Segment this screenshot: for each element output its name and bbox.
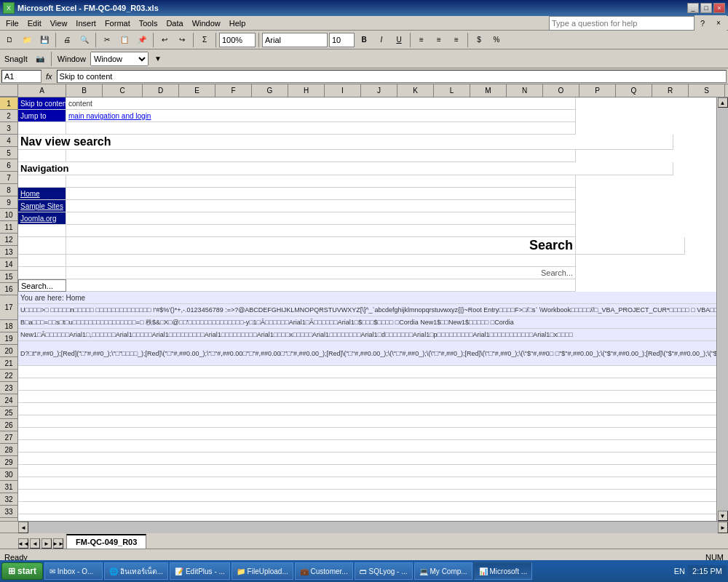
next-sheet-button[interactable]: ► bbox=[41, 538, 52, 549]
cell-empty-19[interactable] bbox=[18, 378, 716, 391]
copy-button[interactable]: 📋 bbox=[116, 32, 132, 48]
start-button[interactable]: ⊞ start bbox=[1, 562, 43, 565]
new-button[interactable]: 🗋 bbox=[1, 32, 17, 48]
scroll-right-button[interactable]: ► bbox=[718, 522, 728, 533]
cell-a7[interactable] bbox=[18, 175, 66, 188]
col-header-h[interactable]: H bbox=[288, 84, 325, 97]
help-button[interactable]: ? bbox=[695, 15, 711, 31]
col-header-i[interactable]: I bbox=[325, 84, 361, 97]
menu-data[interactable]: Data bbox=[162, 17, 187, 29]
col-header-q[interactable]: Q bbox=[616, 84, 652, 97]
cell-empty-21[interactable] bbox=[18, 403, 716, 415]
menu-file[interactable]: File bbox=[1, 17, 23, 29]
menu-window[interactable]: Window bbox=[188, 17, 225, 29]
cell-right12[interactable] bbox=[576, 237, 685, 255]
cell-b2[interactable]: main navigation and login bbox=[66, 110, 576, 122]
col-header-r[interactable]: R bbox=[652, 84, 689, 97]
redo-button[interactable]: ↪ bbox=[174, 32, 190, 48]
cell-a10[interactable]: Joomla.org bbox=[18, 212, 66, 225]
scroll-left-button[interactable]: ◄ bbox=[18, 522, 28, 533]
menu-tools[interactable]: Tools bbox=[135, 17, 162, 29]
cell-empty-25[interactable] bbox=[18, 453, 716, 465]
cell-b13[interactable] bbox=[66, 255, 576, 267]
col-header-p[interactable]: P bbox=[579, 84, 616, 97]
undo-button[interactable]: ↩ bbox=[157, 32, 173, 48]
cell-garbled-2[interactable]: B□a□□□=□□s□t□u□□□□□□□□□□□□□□□□=□ 秩$&□X□@… bbox=[18, 316, 716, 329]
cell-b5[interactable] bbox=[66, 150, 576, 162]
cell-reference[interactable]: A1 bbox=[1, 70, 41, 83]
scroll-up-button[interactable]: ▲ bbox=[718, 97, 728, 108]
print-preview-button[interactable]: 🔍 bbox=[76, 32, 92, 48]
taskbar-item-3[interactable]: 📝 EditPlus - ... bbox=[170, 562, 230, 565]
cell-a3[interactable] bbox=[18, 122, 66, 135]
col-header-k[interactable]: K bbox=[397, 84, 434, 97]
align-right-button[interactable]: ≡ bbox=[448, 32, 464, 48]
col-header-b[interactable]: B bbox=[66, 84, 103, 97]
print-button[interactable]: 🖨 bbox=[59, 32, 75, 48]
taskbar-item-6[interactable]: 🗃 SQLyog - ... bbox=[355, 562, 413, 565]
cell-a2[interactable]: Jump to bbox=[18, 110, 66, 122]
window-controls[interactable]: _ □ × bbox=[687, 3, 725, 13]
cell-b15[interactable] bbox=[66, 279, 576, 292]
first-sheet-button[interactable]: ◄◄ bbox=[18, 538, 28, 549]
font-input[interactable] bbox=[262, 33, 328, 47]
col-header-a[interactable]: A bbox=[18, 84, 66, 97]
cell-a13[interactable] bbox=[18, 255, 66, 267]
paste-button[interactable]: 📌 bbox=[134, 32, 150, 48]
window-dropdown-btn[interactable]: ▼ bbox=[150, 51, 166, 67]
col-header-l[interactable]: L bbox=[434, 84, 470, 97]
close-workbook-button[interactable]: × bbox=[711, 15, 727, 31]
cell-empty-23[interactable] bbox=[18, 428, 716, 440]
cell-a5[interactable] bbox=[18, 150, 66, 162]
cell-a12[interactable] bbox=[18, 237, 66, 255]
align-center-button[interactable]: ≡ bbox=[431, 32, 447, 48]
col-header-n[interactable]: N bbox=[507, 84, 543, 97]
taskbar-item-8[interactable]: 📊 Microsoft ... bbox=[474, 562, 532, 565]
last-sheet-button[interactable]: ►► bbox=[53, 538, 63, 549]
cell-b11[interactable] bbox=[66, 225, 576, 237]
cell-empty-20[interactable] bbox=[18, 391, 716, 403]
col-header-j[interactable]: J bbox=[361, 84, 397, 97]
col-header-s[interactable]: S bbox=[689, 84, 725, 97]
window-dropdown[interactable]: Window bbox=[90, 52, 149, 66]
cell-a14[interactable] bbox=[18, 267, 66, 279]
cell-b7[interactable] bbox=[66, 175, 576, 188]
cell-b9[interactable] bbox=[66, 200, 576, 212]
prev-sheet-button[interactable]: ◄ bbox=[30, 538, 40, 549]
taskbar-item-5[interactable]: 💼 Customer... bbox=[295, 562, 353, 565]
cell-empty-18[interactable] bbox=[18, 366, 716, 378]
open-button[interactable]: 📁 bbox=[19, 32, 35, 48]
cell-empty-28[interactable] bbox=[18, 490, 716, 502]
close-button[interactable]: × bbox=[713, 3, 725, 13]
col-header-o[interactable]: O bbox=[543, 84, 579, 97]
menu-insert[interactable]: Insert bbox=[71, 17, 100, 29]
zoom-input[interactable] bbox=[219, 33, 256, 47]
taskbar-item-2[interactable]: 🌐 อินเทอร์เน็ต... bbox=[104, 562, 168, 565]
cell-empty-29[interactable] bbox=[18, 502, 716, 514]
col-header-g[interactable]: G bbox=[252, 84, 288, 97]
cell-a1[interactable]: Skip to content bbox=[18, 97, 66, 110]
underline-button[interactable]: U bbox=[391, 32, 407, 48]
cell-a11[interactable] bbox=[18, 225, 66, 237]
sheet-tab-1[interactable]: FM-QC-049_R03 bbox=[66, 534, 146, 549]
taskbar-item-7[interactable]: 💻 My Comp... bbox=[414, 562, 472, 565]
cell-garbled-1[interactable]: U□□□□>□ □□□□□n□□□□□ □□□□□□□□□□□□□□ !'#$%… bbox=[18, 304, 716, 316]
bold-button[interactable]: B bbox=[356, 32, 372, 48]
cell-empty-26[interactable] bbox=[18, 465, 716, 477]
cell-garbled-3[interactable]: New1□Â□□□□□□Arial1□,□□□□□□Arial1□□□□□Ari… bbox=[18, 329, 716, 341]
cell-a9[interactable]: Sample Sites bbox=[18, 200, 66, 212]
col-header-m[interactable]: M bbox=[470, 84, 507, 97]
cell-a8[interactable]: Home bbox=[18, 188, 66, 200]
cell-empty-27[interactable] bbox=[18, 477, 716, 490]
scroll-down-button[interactable]: ▼ bbox=[718, 511, 728, 521]
menu-help[interactable]: Help bbox=[225, 17, 250, 29]
percent-button[interactable]: % bbox=[488, 32, 505, 48]
taskbar-item-1[interactable]: ✉ Inbox - O... bbox=[44, 562, 103, 565]
currency-button[interactable]: $ bbox=[471, 32, 487, 48]
align-left-button[interactable]: ≡ bbox=[414, 32, 430, 48]
col-header-e[interactable]: E bbox=[179, 84, 215, 97]
cell-b3[interactable] bbox=[66, 122, 576, 135]
cell-garbled-4[interactable]: D?□t"#,##0_);[Red]("□"#,##0_);\"□"□□□□_)… bbox=[18, 341, 716, 366]
cell-empty-24[interactable] bbox=[18, 440, 716, 453]
menu-edit[interactable]: Edit bbox=[23, 17, 46, 29]
